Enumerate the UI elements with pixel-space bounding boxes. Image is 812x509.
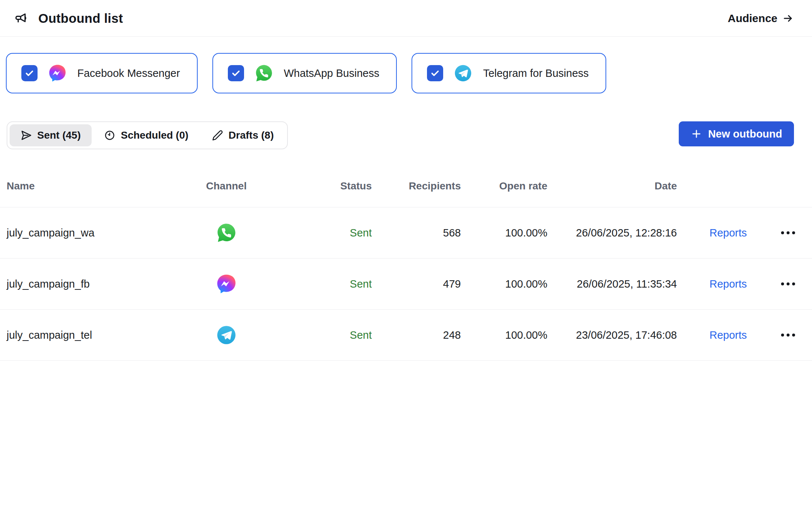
facebook-messenger-icon <box>216 273 237 295</box>
tab-drafts-label: Drafts (8) <box>229 129 274 141</box>
whatsapp-icon <box>216 222 237 243</box>
recipients-value: 248 <box>372 329 461 341</box>
column-header-recipients: Recipients <box>372 180 461 192</box>
recipients-value: 479 <box>372 278 461 290</box>
column-header-open-rate: Open rate <box>461 180 547 192</box>
new-outbound-button[interactable]: New outbound <box>679 121 794 146</box>
open-rate-value: 100.00% <box>461 227 547 239</box>
audience-link[interactable]: Audience <box>728 12 794 25</box>
outbound-table: Name Channel Status Recipients Open rate… <box>0 165 812 361</box>
tab-scheduled[interactable]: Scheduled (0) <box>93 124 200 146</box>
recipients-value: 568 <box>372 227 461 239</box>
whatsapp-business-checkbox[interactable] <box>228 65 244 81</box>
telegram-icon <box>216 324 237 346</box>
whatsapp-icon <box>254 64 273 83</box>
toolbar: Sent (45) Scheduled (0) Drafts (8) New o… <box>0 93 812 149</box>
reports-link[interactable]: Reports <box>709 329 747 341</box>
reports-link[interactable]: Reports <box>709 227 747 239</box>
filter-label: Facebook Messenger <box>77 67 180 79</box>
ellipsis-icon[interactable] <box>780 279 797 289</box>
send-icon <box>21 130 32 141</box>
column-header-status: Status <box>261 180 372 192</box>
table-row: july_campaign_tel Sent 248 100.00% 23/06… <box>0 310 812 361</box>
tab-scheduled-label: Scheduled (0) <box>121 129 188 141</box>
column-header-channel: Channel <box>191 180 261 192</box>
channel-filters: Facebook Messenger WhatsApp Business Tel… <box>0 37 812 93</box>
column-header-date: Date <box>547 180 677 192</box>
arrow-right-icon <box>783 13 794 24</box>
facebook-messenger-checkbox[interactable] <box>21 65 38 81</box>
filter-label: Telegram for Business <box>483 67 589 79</box>
campaign-name: july_campaign_tel <box>0 329 191 341</box>
tab-sent-label: Sent (45) <box>37 129 81 141</box>
tab-bar: Sent (45) Scheduled (0) Drafts (8) <box>7 121 288 149</box>
telegram-icon <box>453 64 473 83</box>
filter-telegram-for-business[interactable]: Telegram for Business <box>412 53 606 93</box>
table-row: july_campaign_wa Sent 568 100.00% 26/06/… <box>0 207 812 259</box>
filter-whatsapp-business[interactable]: WhatsApp Business <box>212 53 397 93</box>
facebook-messenger-icon <box>48 64 67 83</box>
megaphone-icon <box>14 11 28 25</box>
clock-icon <box>104 130 115 141</box>
tab-drafts[interactable]: Drafts (8) <box>201 124 285 146</box>
table-header-row: Name Channel Status Recipients Open rate… <box>0 165 812 207</box>
campaign-name: july_campaign_wa <box>0 227 191 239</box>
open-rate-value: 100.00% <box>461 278 547 290</box>
reports-link[interactable]: Reports <box>709 278 747 290</box>
status-badge: Sent <box>261 329 372 341</box>
filter-facebook-messenger[interactable]: Facebook Messenger <box>6 53 198 93</box>
filter-label: WhatsApp Business <box>284 67 379 79</box>
new-outbound-button-label: New outbound <box>708 128 782 140</box>
audience-link-label: Audience <box>728 12 777 25</box>
pencil-icon <box>212 130 223 141</box>
date-value: 23/06/2025, 17:46:08 <box>547 329 677 341</box>
open-rate-value: 100.00% <box>461 329 547 341</box>
column-header-name: Name <box>0 180 191 192</box>
telegram-for-business-checkbox[interactable] <box>427 65 443 81</box>
tab-sent[interactable]: Sent (45) <box>10 124 92 146</box>
page-header: Outbound list Audience <box>0 0 812 37</box>
table-row: july_campaign_fb Sent 479 100.00% 26/06/… <box>0 259 812 310</box>
ellipsis-icon[interactable] <box>780 228 797 238</box>
campaign-name: july_campaign_fb <box>0 278 191 290</box>
plus-icon <box>691 128 702 140</box>
status-badge: Sent <box>261 227 372 239</box>
ellipsis-icon[interactable] <box>780 330 797 340</box>
date-value: 26/06/2025, 11:35:34 <box>547 278 677 290</box>
status-badge: Sent <box>261 278 372 290</box>
page-title: Outbound list <box>38 11 123 26</box>
date-value: 26/06/2025, 12:28:16 <box>547 227 677 239</box>
